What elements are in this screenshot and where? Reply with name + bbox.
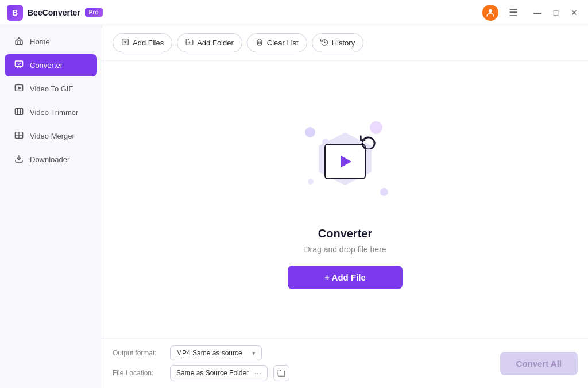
sidebar-label-downloader: Downloader [30, 155, 69, 164]
sidebar-item-downloader[interactable]: Downloader [5, 148, 97, 171]
sidebar: Home Converter Video To GIF [0, 25, 102, 388]
chevron-down-icon: ▾ [252, 349, 256, 357]
file-location-row: File Location: Same as Source Folder ··· [113, 365, 289, 381]
app-logo: B [7, 5, 23, 21]
app-name: BeeConverter [28, 8, 80, 17]
titlebar: B BeeConverter Pro ☰ — □ ✕ [0, 0, 588, 25]
svg-rect-4 [15, 109, 22, 115]
titlebar-right: ☰ — □ ✕ [482, 5, 581, 21]
refresh-arrow [360, 133, 376, 152]
output-format-select[interactable]: MP4 Same as source ▾ [170, 345, 262, 360]
player-illustration [324, 144, 366, 179]
clear-list-button[interactable]: Clear List [247, 33, 307, 52]
file-location-label: File Location: [113, 369, 164, 377]
add-folder-label: Add Folder [197, 39, 234, 47]
sidebar-item-home[interactable]: Home [5, 30, 97, 53]
file-location-field: Same as Source Folder ··· [170, 365, 268, 381]
add-folder-button[interactable]: Add Folder [177, 33, 242, 52]
drop-zone: Converter Drag and drop file here + Add … [102, 61, 588, 338]
menu-icon[interactable]: ☰ [505, 5, 521, 21]
decorative-dot-3 [380, 188, 388, 196]
user-avatar-icon[interactable] [482, 5, 498, 21]
bottom-bar: Output format: MP4 Same as source ▾ File… [102, 338, 588, 388]
player-container [324, 144, 366, 179]
output-format-row: Output format: MP4 Same as source ▾ [113, 345, 289, 360]
add-files-label: Add Files [133, 39, 164, 47]
history-label: History [332, 39, 355, 47]
maximize-button[interactable]: □ [549, 6, 563, 20]
toolbar: Add Files Add Folder [102, 25, 588, 61]
sidebar-label-home: Home [30, 37, 50, 46]
svg-point-0 [489, 9, 492, 13]
output-format-value: MP4 Same as source [176, 349, 242, 357]
window-controls: — □ ✕ [531, 6, 581, 20]
converter-icon [14, 60, 24, 71]
play-triangle [341, 156, 351, 167]
illustration [293, 110, 397, 213]
sidebar-item-converter[interactable]: Converter [5, 54, 97, 76]
titlebar-left: B BeeConverter Pro [7, 5, 103, 21]
sidebar-label-video-to-gif: Video To GIF [30, 84, 73, 93]
browse-folder-button[interactable] [273, 365, 289, 381]
bottom-left: Output format: MP4 Same as source ▾ File… [113, 345, 289, 381]
history-icon [320, 38, 328, 48]
home-icon [14, 36, 24, 47]
svg-marker-3 [18, 87, 21, 89]
file-location-value: Same as Source Folder [176, 369, 249, 377]
add-folder-icon [185, 38, 194, 48]
add-file-button[interactable]: + Add File [288, 266, 403, 289]
logo-letter: B [12, 8, 18, 17]
video-trimmer-icon [14, 107, 24, 118]
decorative-dot-5 [308, 179, 314, 185]
video-to-gif-icon [14, 83, 24, 94]
sidebar-item-video-to-gif[interactable]: Video To GIF [5, 78, 97, 100]
add-files-button[interactable]: Add Files [113, 33, 172, 52]
pro-badge: Pro [85, 8, 103, 17]
add-files-icon [121, 38, 129, 48]
close-button[interactable]: ✕ [567, 6, 581, 20]
content-area: Add Files Add Folder [102, 25, 588, 388]
sidebar-label-converter: Converter [30, 61, 63, 70]
clear-list-label: Clear List [267, 39, 299, 47]
sidebar-item-video-merger[interactable]: Video Merger [5, 125, 97, 147]
svg-rect-1 [15, 61, 22, 66]
drop-subtitle: Drag and drop file here [304, 245, 386, 254]
location-more-button[interactable]: ··· [254, 368, 261, 378]
output-format-label: Output format: [113, 349, 164, 357]
sidebar-label-video-trimmer: Video Trimmer [30, 108, 78, 117]
convert-all-button[interactable]: Convert All [500, 352, 578, 375]
main-layout: Home Converter Video To GIF [0, 25, 588, 388]
sidebar-item-video-trimmer[interactable]: Video Trimmer [5, 101, 97, 124]
history-button[interactable]: History [312, 33, 363, 52]
downloader-icon [14, 154, 24, 165]
drop-title: Converter [318, 227, 372, 240]
sidebar-label-video-merger: Video Merger [30, 132, 75, 140]
video-merger-icon [14, 130, 24, 141]
clear-list-icon [256, 38, 264, 48]
minimize-button[interactable]: — [531, 6, 544, 20]
